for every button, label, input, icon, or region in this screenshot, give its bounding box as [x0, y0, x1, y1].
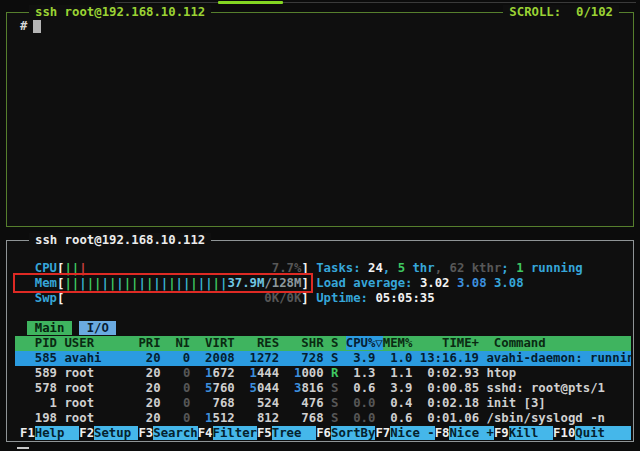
text-segment: [279, 366, 294, 380]
text-segment: 000: [301, 366, 323, 380]
text-segment: running: [524, 261, 583, 275]
text-segment: 5: [205, 381, 212, 395]
load-average-label: Load average:: [316, 276, 420, 290]
process-row[interactable]: 198 root 20 0 1512 812 768 S 0.0 0.6 0:0…: [15, 411, 631, 426]
scroll-indicator: SCROLL: 0/102: [503, 5, 619, 20]
top-terminal-pane[interactable]: ssh root@192.168.10.112 SCROLL: 0/102 #: [6, 12, 634, 227]
text-segment: [279, 381, 294, 395]
top-edge-highlight: [218, 1, 283, 4]
text-segment: 672: [213, 366, 235, 380]
fkey-sortby[interactable]: SortBy: [331, 426, 375, 440]
fkey-filter[interactable]: Filter: [213, 426, 257, 440]
process-585-avahi-daemon: 585 avahi 20 0 2008 1272 728 S 3.9 1.0 1…: [20, 351, 631, 365]
fkey-nice-plus[interactable]: Nice +: [449, 426, 493, 440]
fkey-f4[interactable]: F4: [198, 426, 213, 440]
text-segment: [190, 381, 205, 395]
text-segment: [338, 381, 353, 395]
fkey-f2[interactable]: F2: [79, 426, 94, 440]
blank-line: [15, 306, 631, 321]
text-segment: 1: [250, 366, 257, 380]
text-segment: [161, 396, 183, 410]
text-segment: [161, 381, 183, 395]
top-pane-title: ssh root@192.168.10.112: [29, 5, 211, 20]
process-row[interactable]: 578 root 20 0 5760 5044 3816 S 0.6 3.9 0…: [15, 381, 631, 396]
fkey-f5[interactable]: F5: [257, 426, 272, 440]
mem-row-highlight-box: [13, 273, 313, 293]
fkey-f10[interactable]: F10: [553, 426, 575, 440]
text-segment: [338, 366, 353, 380]
column-headers[interactable]: PID USER PRI NI VIRT RES SHR S: [20, 336, 346, 350]
fkey-kill[interactable]: Kill: [509, 426, 553, 440]
text-segment: 0.4: [383, 396, 413, 410]
text-segment: [375, 381, 390, 395]
uptime-label: Uptime:: [316, 291, 375, 305]
text-segment: 812 768: [235, 411, 331, 425]
bottom-edge-artifact: [17, 447, 29, 449]
text-segment: 044: [257, 381, 279, 395]
text-segment: ,: [383, 261, 398, 275]
tab-bar: Main I/O: [15, 321, 631, 336]
text-segment: 760: [213, 381, 235, 395]
text-segment: [235, 381, 250, 395]
process-578-sshd: 0:00.85 sshd: root@pts/1: [412, 381, 605, 395]
fkey-tree[interactable]: Tree: [272, 426, 316, 440]
shell-prompt-line[interactable]: #: [20, 19, 41, 34]
text-segment: [161, 411, 183, 425]
function-key-bar: F1Help F2Setup F3SearchF4FilterF5Tree F6…: [15, 426, 631, 441]
text-segment: [375, 366, 390, 380]
text-segment: 589 root 20: [20, 366, 161, 380]
text-segment: 0.0: [346, 411, 376, 425]
tab-io[interactable]: I/O: [79, 321, 116, 335]
top-edge-line: [115, 2, 636, 3]
text-segment: 444: [257, 366, 279, 380]
text-segment: 5: [250, 381, 257, 395]
shell-prompt: #: [20, 19, 27, 33]
tasks-label: Tasks:: [316, 261, 368, 275]
text-segment: 1: [205, 366, 212, 380]
fkey-setup[interactable]: Setup: [94, 426, 138, 440]
process-row[interactable]: 1 root 20 0 768 524 476 S 0.0 0.4 0:02.1…: [15, 396, 631, 411]
fkey-search[interactable]: Search: [153, 426, 197, 440]
fkey-f1[interactable]: F1: [20, 426, 35, 440]
blank-line: [15, 246, 631, 261]
bottom-terminal-pane[interactable]: ssh root@192.168.10.112 CPU[||| 7.7%] Ta…: [6, 240, 634, 442]
swap-meter-label: Swp: [35, 291, 57, 305]
process-row[interactable]: 589 root 20 0 1672 1444 1000 R 1.3 1.1 0…: [15, 366, 631, 381]
text-segment: 768 524 476: [190, 396, 331, 410]
text-segment: ;: [501, 261, 516, 275]
sort-column-cpu[interactable]: CPU%▽: [346, 336, 383, 350]
swap-usage: 0K/0K: [264, 291, 301, 305]
text-segment: [64, 291, 264, 305]
text-segment: 198 root 20: [20, 411, 161, 425]
fkey-quit[interactable]: Quit: [575, 426, 631, 440]
column-headers[interactable]: MEM% TIME+ Command: [383, 336, 546, 350]
terminal-cursor: [33, 20, 41, 33]
fkey-f9[interactable]: F9: [494, 426, 509, 440]
fkey-help[interactable]: Help: [35, 426, 79, 440]
text-segment: 0.6: [383, 411, 413, 425]
threads-count: 5: [398, 261, 405, 275]
text-segment: [20, 291, 35, 305]
process-1-init: 0:02.18 init [3]: [412, 396, 545, 410]
fkey-f3[interactable]: F3: [138, 426, 153, 440]
text-segment: [324, 366, 331, 380]
running-count: 1: [516, 261, 523, 275]
text-segment: 512: [213, 411, 235, 425]
fkey-f8[interactable]: F8: [435, 426, 450, 440]
text-segment: 1 root 20: [20, 396, 161, 410]
text-segment: [161, 366, 183, 380]
fkey-nice-minus[interactable]: Nice -: [390, 426, 434, 440]
text-segment: 816: [301, 381, 323, 395]
uptime-value: 05:05:35: [375, 291, 434, 305]
tasks-count: 24: [368, 261, 383, 275]
text-segment: [375, 396, 382, 410]
text-segment: [375, 411, 382, 425]
process-589-htop: 0:02.93 htop: [412, 366, 516, 380]
fkey-f6[interactable]: F6: [316, 426, 331, 440]
tab-main[interactable]: Main: [27, 321, 71, 335]
process-row-selected[interactable]: 585 avahi 20 0 2008 1272 728 S 3.9 1.0 1…: [15, 351, 631, 366]
text-segment: 0.0: [346, 396, 376, 410]
text-segment: 0.6: [353, 381, 375, 395]
fkey-f7[interactable]: F7: [375, 426, 390, 440]
text-segment: ]: [301, 291, 308, 305]
